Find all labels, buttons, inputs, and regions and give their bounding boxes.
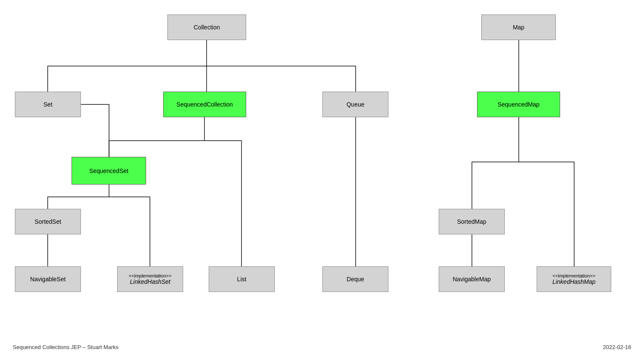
footer-date: 2022-02-16: [603, 344, 632, 350]
footer-left: Sequenced Collections JEP – Stuart Marks: [13, 344, 118, 350]
node-collection: Collection: [167, 14, 246, 40]
node-sorted-set: SortedSet: [15, 209, 81, 234]
node-queue: Queue: [322, 92, 388, 117]
node-linked-hash-map: <<implementation>>LinkedHashMap: [537, 266, 611, 292]
diagram: Collection Set SequencedCollection Queue…: [0, 0, 644, 341]
node-navigable-set: NavigableSet: [15, 266, 81, 292]
node-list: List: [209, 266, 275, 292]
node-set: Set: [15, 92, 81, 117]
node-sorted-map: SortedMap: [439, 209, 505, 234]
node-deque: Deque: [322, 266, 388, 292]
node-navigable-map: NavigableMap: [439, 266, 505, 292]
node-sequenced-set: SequencedSet: [72, 157, 146, 185]
node-sequenced-map: SequencedMap: [477, 92, 560, 117]
node-map: Map: [481, 14, 556, 40]
node-sequenced-collection: SequencedCollection: [163, 92, 246, 117]
node-linked-hash-set: <<implementation>>LinkedHashSet: [117, 266, 183, 292]
